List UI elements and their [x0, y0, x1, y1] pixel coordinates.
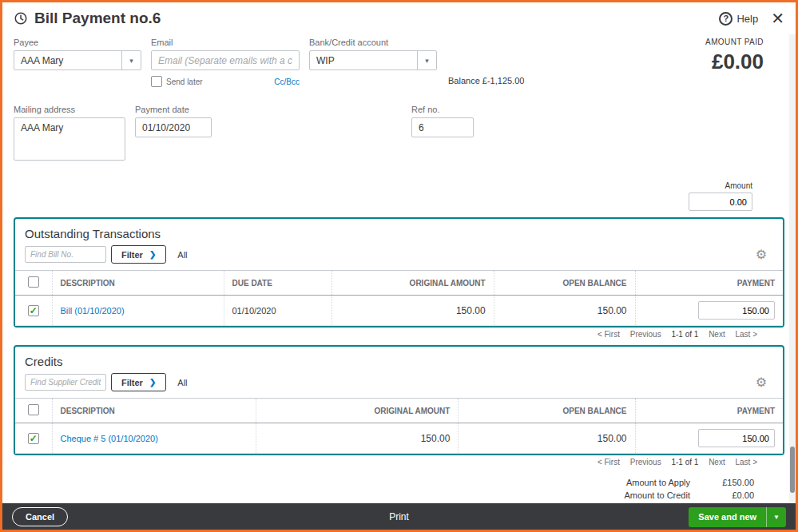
- chevron-down-icon: ▾: [121, 51, 141, 69]
- pagination-range: 1-1 of 1: [671, 330, 698, 339]
- chevron-right-icon: ❯: [149, 378, 156, 387]
- pagination-first[interactable]: < First: [598, 458, 620, 466]
- filter-all-text: All: [177, 250, 187, 260]
- chevron-down-icon[interactable]: ▼: [766, 507, 786, 527]
- amount-to-apply-label: Amount to Apply: [626, 478, 690, 487]
- page-title: Bill Payment no.6: [34, 10, 161, 27]
- chevron-down-icon: ▾: [417, 51, 436, 69]
- column-header-original-amount: ORIGINAL AMOUNT: [256, 399, 459, 423]
- save-and-new-label: Save and new: [689, 512, 766, 522]
- payment-date-field[interactable]: [135, 117, 212, 137]
- bank-account-label: Bank/Credit account: [309, 38, 437, 47]
- cc-bcc-link[interactable]: Cc/Bcc: [274, 77, 300, 86]
- table-row: Cheque # 5 (01/10/2020) 150.00 150.00: [15, 423, 783, 454]
- mailing-address-field[interactable]: AAA Mary: [14, 117, 125, 161]
- amount-to-credit-label: Amount to Credit: [624, 490, 690, 500]
- column-header-open-balance: OPEN BALANCE: [459, 399, 635, 423]
- outstanding-transactions-table: DESCRIPTION DUE DATE ORIGINAL AMOUNT OPE…: [15, 270, 783, 326]
- bank-balance-text: Balance £-1,125.00: [448, 76, 524, 87]
- column-header-payment: PAYMENT: [635, 271, 783, 296]
- amount-field[interactable]: [689, 193, 752, 211]
- amount-to-credit-value: £0.00: [690, 490, 754, 500]
- payment-form: Payee AAA Mary ▾ Email Send later Cc/Bcc: [2, 34, 796, 211]
- pagination-previous[interactable]: Previous: [630, 330, 661, 339]
- amount-label: Amount: [14, 181, 752, 190]
- amount-paid-value: £0.00: [705, 50, 764, 74]
- filter-all-text: All: [177, 378, 187, 387]
- pagination-next[interactable]: Next: [709, 458, 725, 466]
- pagination-range: 1-1 of 1: [671, 458, 698, 466]
- pagination-last[interactable]: Last >: [735, 330, 757, 339]
- scrollbar-thumb[interactable]: [790, 447, 795, 493]
- bank-account-value: WIP: [310, 55, 417, 66]
- pagination-previous[interactable]: Previous: [630, 458, 661, 466]
- bank-account-select[interactable]: WIP ▾: [309, 50, 437, 70]
- outstanding-transactions-section: Outstanding Transactions Filter ❯ All ⚙ …: [14, 217, 784, 328]
- open-balance-cell: 150.00: [459, 423, 635, 454]
- print-button[interactable]: Print: [389, 511, 409, 522]
- bill-payment-window: Bill Payment no.6 ? Help ✕ Payee AAA Mar…: [0, 0, 798, 532]
- ref-no-field[interactable]: [411, 117, 474, 137]
- pagination-next[interactable]: Next: [709, 330, 725, 339]
- due-date-cell: 01/10/2020: [224, 296, 332, 326]
- gear-icon[interactable]: ⚙: [756, 247, 773, 262]
- column-header-description: DESCRIPTION: [52, 271, 224, 296]
- mailing-address-label: Mailing address: [14, 105, 125, 114]
- gear-icon[interactable]: ⚙: [756, 375, 773, 390]
- payment-date-label: Payment date: [135, 105, 212, 114]
- filter-label: Filter: [121, 250, 143, 260]
- filter-button[interactable]: Filter ❯: [111, 245, 166, 264]
- close-icon[interactable]: ✕: [771, 10, 784, 26]
- credits-pagination: < First Previous 1-1 of 1 Next Last >: [2, 455, 796, 466]
- original-amount-cell: 150.00: [256, 423, 459, 454]
- email-field[interactable]: [151, 50, 300, 70]
- cheque-link[interactable]: Cheque # 5 (01/10/2020): [61, 434, 158, 443]
- filter-label: Filter: [121, 378, 143, 387]
- payee-label: Payee: [14, 38, 141, 47]
- chevron-right-icon: ❯: [149, 250, 156, 259]
- email-label: Email: [151, 38, 300, 47]
- column-header-payment: PAYMENT: [635, 399, 783, 423]
- cancel-button[interactable]: Cancel: [12, 507, 68, 526]
- footer-bar: Cancel Print Save and new ▼: [2, 503, 796, 530]
- pagination-last[interactable]: Last >: [735, 458, 757, 466]
- top-bar: Bill Payment no.6 ? Help ✕: [2, 2, 796, 34]
- payment-amount-field[interactable]: [698, 301, 775, 320]
- filter-button[interactable]: Filter ❯: [111, 373, 166, 391]
- open-balance-cell: 150.00: [494, 296, 635, 326]
- row-checkbox[interactable]: [28, 433, 39, 444]
- payment-amount-field[interactable]: [698, 429, 775, 447]
- find-supplier-credit-input[interactable]: [25, 374, 106, 391]
- send-later-checkbox[interactable]: [151, 76, 162, 87]
- save-and-new-button[interactable]: Save and new ▼: [689, 507, 786, 527]
- help-icon: ?: [719, 12, 732, 26]
- recurring-clock-icon: [14, 11, 28, 26]
- totals-summary: Amount to Apply £150.00 Amount to Credit…: [2, 478, 796, 503]
- amount-paid-label: AMOUNT PAID: [705, 38, 764, 46]
- credits-section: Credits Filter ❯ All ⚙ DESCRIPTION ORIGI…: [14, 345, 784, 455]
- send-later-label: Send later: [166, 77, 203, 86]
- table-row: Bill (01/10/2020) 01/10/2020 150.00 150.…: [15, 296, 783, 326]
- column-header-original-amount: ORIGINAL AMOUNT: [332, 271, 494, 296]
- credits-table: DESCRIPTION ORIGINAL AMOUNT OPEN BALANCE…: [15, 398, 783, 454]
- pagination-first[interactable]: < First: [598, 330, 620, 339]
- column-header-open-balance: OPEN BALANCE: [494, 271, 635, 296]
- outstanding-pagination: < First Previous 1-1 of 1 Next Last >: [2, 328, 796, 339]
- payee-value: AAA Mary: [14, 55, 121, 66]
- credits-title: Credits: [15, 347, 783, 373]
- column-header-due-date: DUE DATE: [224, 271, 332, 296]
- amount-to-apply-value: £150.00: [690, 478, 754, 487]
- outstanding-transactions-title: Outstanding Transactions: [15, 219, 783, 245]
- help-label: Help: [736, 13, 758, 25]
- vertical-scrollbar[interactable]: [789, 34, 796, 502]
- select-all-checkbox[interactable]: [28, 276, 39, 288]
- help-button[interactable]: ? Help: [719, 12, 758, 26]
- bill-link[interactable]: Bill (01/10/2020): [61, 306, 125, 316]
- select-all-checkbox[interactable]: [28, 404, 39, 415]
- row-checkbox[interactable]: [28, 305, 39, 316]
- original-amount-cell: 150.00: [332, 296, 494, 326]
- ref-no-label: Ref no.: [411, 105, 474, 114]
- payee-select[interactable]: AAA Mary ▾: [14, 50, 141, 70]
- find-bill-input[interactable]: [25, 246, 106, 263]
- amount-paid-block: AMOUNT PAID £0.00: [705, 38, 764, 74]
